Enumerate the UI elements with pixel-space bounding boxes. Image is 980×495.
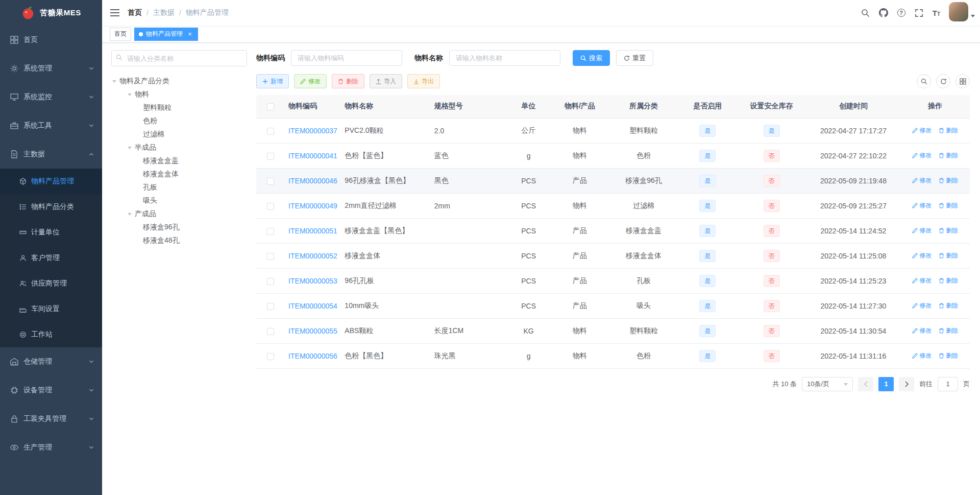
item-code-link[interactable]: ITEM00000041 [288, 152, 337, 160]
sidebar-item-customer-management[interactable]: 客户管理 [0, 245, 102, 271]
goto-page-input[interactable] [938, 377, 958, 391]
fullscreen-button[interactable] [910, 0, 928, 26]
tree-node-box-body[interactable]: 移液盒盒体 [111, 168, 247, 181]
sidebar-item-material-product-category[interactable]: 物料产品分类 [0, 194, 102, 220]
row-checkbox[interactable] [267, 128, 274, 135]
tree-node-plate[interactable]: 孔板 [111, 181, 247, 194]
delete-row-button[interactable]: 删除 [939, 276, 958, 285]
toggle-search-button[interactable] [917, 74, 931, 88]
delete-row-button[interactable]: 删除 [939, 226, 958, 235]
reset-button[interactable]: 重置 [616, 50, 653, 66]
row-checkbox[interactable] [267, 203, 274, 210]
edit-row-button[interactable]: 修改 [912, 176, 932, 185]
item-code-link[interactable]: ITEM00000046 [288, 177, 337, 185]
sidebar-item-home[interactable]: 首页 [0, 26, 102, 54]
select-all-checkbox[interactable] [267, 103, 274, 110]
edit-row-button[interactable]: 修改 [912, 351, 932, 360]
edit-row-button[interactable]: 修改 [912, 251, 932, 260]
item-code-link[interactable]: ITEM00000051 [288, 227, 337, 235]
table-row[interactable]: ITEM00000056 色粉【黑色】 珠光黑 g 物料 色粉 是 否 2022… [256, 343, 970, 368]
delete-row-button[interactable]: 删除 [939, 351, 958, 360]
header-search-button[interactable] [856, 0, 874, 26]
delete-row-button[interactable]: 删除 [939, 301, 958, 310]
category-search-input[interactable] [111, 50, 247, 66]
tag-home[interactable]: 首页 [110, 28, 131, 41]
row-checkbox[interactable] [267, 253, 274, 260]
page-size-select[interactable]: 10条/页 [802, 377, 853, 391]
sidebar-item-fixture-management[interactable]: 工装夹具管理 [0, 405, 102, 433]
edit-row-button[interactable]: 修改 [912, 151, 932, 160]
item-code-link[interactable]: ITEM00000053 [288, 277, 337, 285]
search-button[interactable]: 搜索 [573, 50, 610, 66]
table-row[interactable]: ITEM00000041 色粉【蓝色】 蓝色 g 物料 色粉 是 否 2022-… [256, 143, 970, 168]
tree-node-filter-cotton[interactable]: 过滤棉 [111, 128, 247, 141]
row-checkbox[interactable] [267, 303, 274, 310]
github-link-button[interactable] [874, 0, 893, 26]
page-number-button[interactable]: 1 [878, 377, 894, 391]
delete-row-button[interactable]: 删除 [939, 176, 958, 185]
sidebar-item-workstation[interactable]: 工作站 [0, 322, 102, 347]
tree-node-material[interactable]: 物料 [111, 88, 247, 101]
delete-button[interactable]: 删除 [332, 74, 364, 88]
edit-row-button[interactable]: 修改 [912, 201, 932, 210]
sidebar-item-equipment-management[interactable]: 设备管理 [0, 376, 102, 405]
tree-node-finished[interactable]: 产成品 [111, 207, 247, 221]
table-row[interactable]: ITEM00000046 96孔移液盒【黑色】 黑色 PCS 产品 移液盒96孔… [256, 168, 970, 193]
prev-page-button[interactable] [858, 377, 873, 391]
row-checkbox[interactable] [267, 353, 274, 360]
export-button[interactable]: 导出 [407, 74, 440, 88]
tree-node-box-cover[interactable]: 移液盒盒盖 [111, 154, 247, 168]
row-checkbox[interactable] [267, 278, 274, 285]
edit-row-button[interactable]: 修改 [912, 226, 932, 235]
refresh-table-button[interactable] [936, 74, 950, 88]
delete-row-button[interactable]: 删除 [939, 251, 958, 260]
sidebar-item-warehouse-management[interactable]: 仓储管理 [0, 347, 102, 376]
table-row[interactable]: ITEM00000053 96孔孔板 PCS 产品 孔板 是 否 2022-05… [256, 268, 970, 293]
tree-node-semi-finished[interactable]: 半成品 [111, 141, 247, 154]
table-row[interactable]: ITEM00000049 2mm直径过滤棉 2mm PCS 物料 过滤棉 是 否… [256, 193, 970, 218]
table-row[interactable]: ITEM00000055 ABS颗粒 长度1CM KG 物料 塑料颗粒 是 否 … [256, 318, 970, 343]
font-size-button[interactable]: TT [928, 0, 945, 26]
edit-row-button[interactable]: 修改 [912, 326, 932, 335]
row-checkbox[interactable] [267, 328, 274, 335]
user-dropdown[interactable] [949, 2, 975, 23]
app-logo[interactable]: 苦糖果MES [0, 0, 102, 26]
table-row[interactable]: ITEM00000037 PVC2.0颗粒 2.0 公斤 物料 塑料颗粒 是 是… [256, 118, 970, 143]
sidebar-item-supplier-management[interactable]: 供应商管理 [0, 271, 102, 296]
breadcrumb-home[interactable]: 首页 [128, 8, 142, 17]
item-code-link[interactable]: ITEM00000037 [288, 127, 337, 135]
sidebar-item-system-tools[interactable]: 系统工具 [0, 111, 102, 140]
sidebar-item-master-data[interactable]: 主数据 [0, 140, 102, 169]
item-code-link[interactable]: ITEM00000049 [288, 202, 337, 210]
material-code-input[interactable] [291, 50, 402, 66]
material-name-input[interactable] [449, 50, 560, 66]
tree-node-plastic-granule[interactable]: 塑料颗粒 [111, 101, 247, 114]
tag-close-icon[interactable]: × [186, 31, 193, 38]
sidebar-item-material-product-management[interactable]: 物料产品管理 [0, 169, 102, 194]
sidebar-item-system-management[interactable]: 系统管理 [0, 54, 102, 83]
tree-node-root[interactable]: 物料及产品分类 [111, 75, 247, 88]
sidebar-item-measure-unit[interactable]: 计量单位 [0, 220, 102, 245]
tag-material-product-management[interactable]: 物料产品管理 × [134, 28, 198, 41]
delete-row-button[interactable]: 删除 [939, 126, 958, 135]
row-checkbox[interactable] [267, 228, 274, 235]
item-code-link[interactable]: ITEM00000056 [288, 352, 337, 360]
sidebar-toggle-button[interactable] [102, 0, 128, 26]
item-code-link[interactable]: ITEM00000055 [288, 327, 337, 335]
edit-row-button[interactable]: 修改 [912, 126, 932, 135]
sidebar-item-production-management[interactable]: 生产管理 [0, 433, 102, 462]
tree-node-color-powder[interactable]: 色粉 [111, 114, 247, 128]
delete-row-button[interactable]: 删除 [939, 326, 958, 335]
import-button[interactable]: 导入 [370, 74, 402, 88]
edit-row-button[interactable]: 修改 [912, 276, 932, 285]
table-row[interactable]: ITEM00000054 10mm吸头 PCS 产品 吸头 是 否 2022-0… [256, 293, 970, 318]
column-settings-button[interactable] [955, 74, 970, 88]
delete-row-button[interactable]: 删除 [939, 151, 958, 160]
table-row[interactable]: ITEM00000052 移液盒盒体 PCS 产品 移液盒盒体 是 否 2022… [256, 243, 970, 268]
item-code-link[interactable]: ITEM00000054 [288, 302, 337, 310]
sidebar-item-system-monitor[interactable]: 系统监控 [0, 83, 102, 111]
edit-row-button[interactable]: 修改 [912, 301, 932, 310]
next-page-button[interactable] [899, 377, 914, 391]
table-row[interactable]: ITEM00000051 移液盒盒盖【黑色】 PCS 产品 移液盒盒盖 是 否 … [256, 218, 970, 243]
row-checkbox[interactable] [267, 153, 274, 160]
